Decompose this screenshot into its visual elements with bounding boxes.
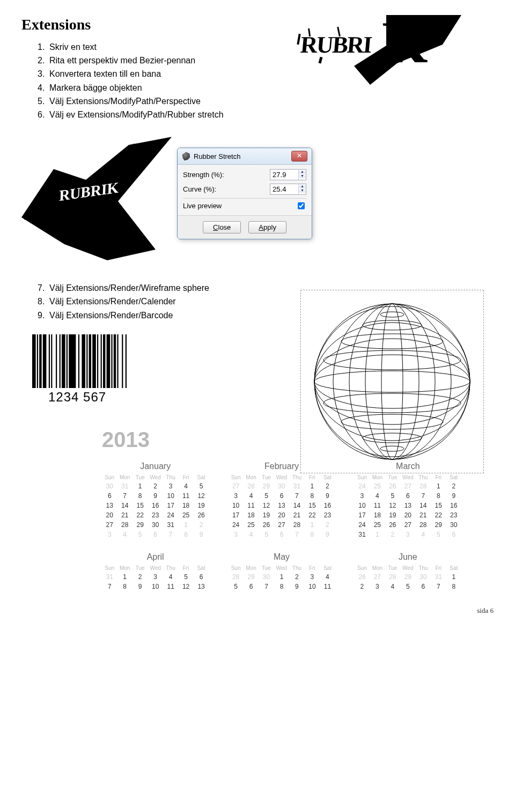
- calendar-day: 7: [416, 491, 431, 501]
- svg-rect-27: [39, 334, 41, 388]
- day-of-week: Tue: [259, 473, 274, 481]
- calendar-day: 11: [163, 582, 178, 591]
- curve-input[interactable]: [270, 184, 298, 194]
- calendar-day: 5: [385, 491, 400, 501]
- calendar-day: 28: [416, 481, 431, 491]
- day-of-week: Sat: [446, 564, 461, 572]
- calendar-day: 29: [244, 572, 259, 582]
- apply-button[interactable]: Apply: [248, 221, 286, 233]
- svg-rect-36: [78, 334, 79, 388]
- close-icon[interactable]: ✕: [291, 151, 307, 162]
- calendar-day: 28: [244, 481, 259, 491]
- day-of-week: Thu: [416, 473, 431, 481]
- list-item: 6.Välj ev Extensions/ModifyPath/Rubber s…: [38, 108, 494, 121]
- calendar-day: 2: [355, 582, 370, 591]
- dialog-titlebar[interactable]: Rubber Stretch ✕: [178, 148, 312, 165]
- spinner-down-icon[interactable]: ▼: [299, 174, 306, 178]
- calendar-day: 13: [400, 501, 415, 510]
- calendar-day: 16: [148, 501, 163, 510]
- svg-point-7: [314, 304, 470, 459]
- calendar-day: 11: [178, 491, 193, 501]
- calendar-day: 26: [385, 520, 400, 530]
- calendar-day: 30: [148, 520, 163, 530]
- svg-point-8: [314, 371, 470, 392]
- calendar-day: 1: [431, 481, 446, 491]
- app-icon: [182, 152, 190, 160]
- calendar-day: 1: [117, 572, 132, 582]
- calendar-day: 2: [289, 572, 304, 582]
- day-of-week: Sat: [194, 473, 209, 481]
- day-of-week: Sun: [102, 473, 117, 481]
- day-of-week: Fri: [305, 473, 320, 481]
- day-of-week: Sun: [228, 564, 243, 572]
- calendar-day: 18: [178, 501, 193, 510]
- day-of-week: Mon: [244, 564, 259, 572]
- svg-point-16: [380, 312, 404, 317]
- calendar-day: 8: [274, 582, 289, 591]
- strength-input[interactable]: [270, 170, 298, 180]
- calendar-day: 10: [163, 491, 178, 501]
- calendar-day: 7: [431, 582, 446, 591]
- calendar-day: 14: [117, 501, 132, 510]
- svg-rect-29: [49, 334, 50, 388]
- svg-text:K: K: [382, 15, 428, 75]
- calendar-day: 31: [355, 530, 370, 539]
- spinner-down-icon[interactable]: ▼: [299, 188, 306, 193]
- calendar-day: 26: [259, 520, 274, 530]
- calendar-day: 2: [194, 520, 209, 530]
- calendar-day: 10: [228, 501, 243, 510]
- day-of-week: Fri: [178, 564, 193, 572]
- svg-rect-28: [43, 334, 47, 388]
- calendar-month: JanuarySunMonTueWedThuFriSat303112345678…: [102, 462, 209, 539]
- strength-label: Strength (%):: [183, 171, 270, 179]
- day-of-week: Sun: [228, 473, 243, 481]
- calendar-day: 2: [320, 520, 335, 530]
- calendar-day: 5: [259, 530, 274, 539]
- calendar-day: 7: [289, 491, 304, 501]
- day-of-week: Tue: [133, 564, 148, 572]
- day-of-week: Wed: [400, 564, 415, 572]
- calendar-day: 28: [228, 572, 243, 582]
- calendar-day: 19: [385, 510, 400, 520]
- strength-spinner[interactable]: ▲▼: [270, 169, 306, 180]
- calendar-day: 29: [259, 481, 274, 491]
- day-of-week: Wed: [400, 473, 415, 481]
- calendar-day: 29: [133, 520, 148, 530]
- close-button[interactable]: Close: [203, 221, 241, 233]
- calendar-day: 4: [163, 572, 178, 582]
- calendar-day: 1: [178, 520, 193, 530]
- live-preview-checkbox[interactable]: [298, 202, 305, 209]
- calendar-day: 4: [244, 530, 259, 539]
- svg-rect-31: [56, 334, 57, 388]
- calendar-day: 31: [431, 572, 446, 582]
- calendar-day: 6: [148, 530, 163, 539]
- calendar-day: 23: [446, 510, 461, 520]
- svg-rect-42: [101, 334, 102, 388]
- calendar-day: 30: [102, 481, 117, 491]
- calendar-month: MaySunMonTueWedThuFriSat2829301234567891…: [228, 552, 335, 591]
- svg-rect-34: [67, 334, 68, 388]
- calendar-day: 17: [163, 501, 178, 510]
- list-item: 5.Välj Extensions/ModifyPath/Perspective: [38, 95, 494, 107]
- calendar-day: 25: [244, 520, 259, 530]
- svg-point-17: [323, 393, 461, 413]
- spinner-up-icon[interactable]: ▲: [299, 170, 306, 174]
- calendar-day: 19: [194, 501, 209, 510]
- calendar-day: 27: [400, 481, 415, 491]
- spinner-up-icon[interactable]: ▲: [299, 184, 306, 188]
- calendar-day: 29: [400, 572, 415, 582]
- calendar-day: 2: [320, 481, 335, 491]
- svg-point-14: [341, 334, 443, 349]
- calendar-day: 3: [228, 530, 243, 539]
- calendar-day: 18: [244, 510, 259, 520]
- curve-spinner[interactable]: ▲▼: [270, 184, 306, 195]
- calendar-day: 5: [228, 582, 243, 591]
- calendar-day: 20: [102, 510, 117, 520]
- svg-rect-38: [86, 334, 87, 388]
- calendar-day: 1: [305, 520, 320, 530]
- day-of-week: Thu: [289, 564, 304, 572]
- day-of-week: Mon: [117, 564, 132, 572]
- svg-point-11: [314, 323, 470, 441]
- calendar-day: 9: [133, 582, 148, 591]
- calendar-day: 1: [305, 481, 320, 491]
